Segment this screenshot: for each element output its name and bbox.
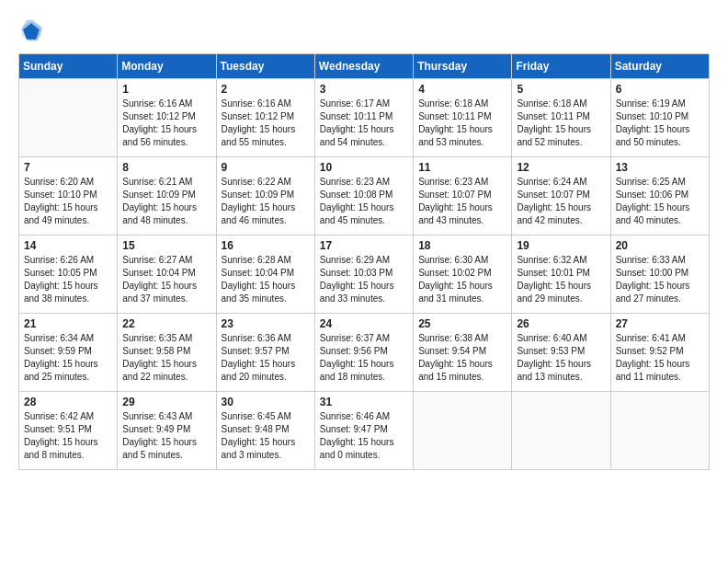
header-wednesday: Wednesday xyxy=(314,54,413,79)
cell-content: Sunrise: 6:16 AMSunset: 10:12 PMDaylight… xyxy=(222,98,310,149)
day-number: 24 xyxy=(320,317,408,330)
cell-content: Sunrise: 6:34 AMSunset: 9:59 PMDaylight:… xyxy=(24,332,112,384)
day-number: 23 xyxy=(222,317,310,330)
day-number: 8 xyxy=(122,161,210,174)
day-number: 30 xyxy=(222,396,310,408)
week-row-2: 14Sunrise: 6:26 AMSunset: 10:05 PMDaylig… xyxy=(19,236,710,314)
day-number: 5 xyxy=(517,83,605,96)
day-number: 22 xyxy=(122,317,210,330)
calendar-cell: 18Sunrise: 6:30 AMSunset: 10:02 PMDaylig… xyxy=(414,236,512,314)
logo-icon xyxy=(18,18,44,44)
week-row-1: 7Sunrise: 6:20 AMSunset: 10:10 PMDayligh… xyxy=(19,157,710,236)
calendar-cell: 29Sunrise: 6:43 AMSunset: 9:49 PMDayligh… xyxy=(118,392,216,470)
day-number: 2 xyxy=(222,83,310,96)
week-row-4: 28Sunrise: 6:42 AMSunset: 9:51 PMDayligh… xyxy=(19,392,710,470)
day-number: 10 xyxy=(320,161,408,174)
calendar-header-row: SundayMondayTuesdayWednesdayThursdayFrid… xyxy=(19,54,710,79)
day-number: 18 xyxy=(418,239,506,252)
calendar-cell: 6Sunrise: 6:19 AMSunset: 10:10 PMDayligh… xyxy=(610,79,709,157)
cell-content: Sunrise: 6:23 AMSunset: 10:07 PMDaylight… xyxy=(418,176,506,227)
calendar-cell: 31Sunrise: 6:46 AMSunset: 9:47 PMDayligh… xyxy=(314,392,413,470)
calendar-cell: 16Sunrise: 6:28 AMSunset: 10:04 PMDaylig… xyxy=(216,236,314,314)
header-saturday: Saturday xyxy=(610,54,709,79)
calendar-cell: 2Sunrise: 6:16 AMSunset: 10:12 PMDayligh… xyxy=(216,79,314,157)
calendar-cell: 23Sunrise: 6:36 AMSunset: 9:57 PMDayligh… xyxy=(216,314,314,392)
calendar-cell: 28Sunrise: 6:42 AMSunset: 9:51 PMDayligh… xyxy=(19,392,118,470)
calendar-cell xyxy=(512,392,610,470)
day-number: 4 xyxy=(418,83,506,96)
calendar-cell: 1Sunrise: 6:16 AMSunset: 10:12 PMDayligh… xyxy=(118,79,216,157)
calendar-cell: 15Sunrise: 6:27 AMSunset: 10:04 PMDaylig… xyxy=(118,236,216,314)
day-number: 9 xyxy=(222,161,310,174)
calendar-cell: 14Sunrise: 6:26 AMSunset: 10:05 PMDaylig… xyxy=(19,236,118,314)
calendar-cell: 13Sunrise: 6:25 AMSunset: 10:06 PMDaylig… xyxy=(610,157,709,236)
cell-content: Sunrise: 6:16 AMSunset: 10:12 PMDaylight… xyxy=(122,98,210,149)
cell-content: Sunrise: 6:29 AMSunset: 10:03 PMDaylight… xyxy=(320,254,408,305)
calendar-table: SundayMondayTuesdayWednesdayThursdayFrid… xyxy=(18,53,710,470)
calendar-body: 1Sunrise: 6:16 AMSunset: 10:12 PMDayligh… xyxy=(19,79,710,470)
day-number: 29 xyxy=(122,396,210,408)
cell-content: Sunrise: 6:43 AMSunset: 9:49 PMDaylight:… xyxy=(122,410,210,462)
day-number: 27 xyxy=(616,317,704,330)
cell-content: Sunrise: 6:45 AMSunset: 9:48 PMDaylight:… xyxy=(222,410,310,462)
calendar-cell: 30Sunrise: 6:45 AMSunset: 9:48 PMDayligh… xyxy=(216,392,314,470)
day-number: 25 xyxy=(418,317,506,330)
calendar-cell: 11Sunrise: 6:23 AMSunset: 10:07 PMDaylig… xyxy=(414,157,512,236)
day-number: 19 xyxy=(517,239,605,252)
cell-content: Sunrise: 6:27 AMSunset: 10:04 PMDaylight… xyxy=(122,254,210,305)
cell-content: Sunrise: 6:24 AMSunset: 10:07 PMDaylight… xyxy=(517,176,605,227)
calendar-cell: 8Sunrise: 6:21 AMSunset: 10:09 PMDayligh… xyxy=(118,157,216,236)
logo xyxy=(18,18,48,44)
day-number: 17 xyxy=(320,239,408,252)
header-friday: Friday xyxy=(512,54,610,79)
cell-content: Sunrise: 6:22 AMSunset: 10:09 PMDaylight… xyxy=(222,176,310,227)
day-number: 14 xyxy=(24,239,112,252)
header-thursday: Thursday xyxy=(414,54,512,79)
day-number: 26 xyxy=(517,317,605,330)
day-number: 11 xyxy=(418,161,506,174)
cell-content: Sunrise: 6:35 AMSunset: 9:58 PMDaylight:… xyxy=(122,332,210,384)
cell-content: Sunrise: 6:28 AMSunset: 10:04 PMDaylight… xyxy=(222,254,310,305)
calendar-cell: 27Sunrise: 6:41 AMSunset: 9:52 PMDayligh… xyxy=(610,314,709,392)
calendar-cell: 22Sunrise: 6:35 AMSunset: 9:58 PMDayligh… xyxy=(118,314,216,392)
calendar-cell: 7Sunrise: 6:20 AMSunset: 10:10 PMDayligh… xyxy=(19,157,118,236)
cell-content: Sunrise: 6:37 AMSunset: 9:56 PMDaylight:… xyxy=(320,332,408,384)
calendar-cell: 9Sunrise: 6:22 AMSunset: 10:09 PMDayligh… xyxy=(216,157,314,236)
week-row-3: 21Sunrise: 6:34 AMSunset: 9:59 PMDayligh… xyxy=(19,314,710,392)
calendar-cell: 24Sunrise: 6:37 AMSunset: 9:56 PMDayligh… xyxy=(314,314,413,392)
day-number: 20 xyxy=(616,239,704,252)
calendar-cell xyxy=(414,392,512,470)
cell-content: Sunrise: 6:18 AMSunset: 10:11 PMDaylight… xyxy=(418,98,506,149)
day-number: 28 xyxy=(24,396,112,408)
day-number: 12 xyxy=(517,161,605,174)
cell-content: Sunrise: 6:36 AMSunset: 9:57 PMDaylight:… xyxy=(222,332,310,384)
day-number: 1 xyxy=(122,83,210,96)
cell-content: Sunrise: 6:23 AMSunset: 10:08 PMDaylight… xyxy=(320,176,408,227)
calendar-cell: 25Sunrise: 6:38 AMSunset: 9:54 PMDayligh… xyxy=(414,314,512,392)
page-header xyxy=(18,18,710,44)
calendar-cell xyxy=(610,392,709,470)
cell-content: Sunrise: 6:17 AMSunset: 10:11 PMDaylight… xyxy=(320,98,408,149)
calendar-cell: 26Sunrise: 6:40 AMSunset: 9:53 PMDayligh… xyxy=(512,314,610,392)
cell-content: Sunrise: 6:19 AMSunset: 10:10 PMDaylight… xyxy=(616,98,704,149)
cell-content: Sunrise: 6:25 AMSunset: 10:06 PMDaylight… xyxy=(616,176,704,227)
calendar-cell: 20Sunrise: 6:33 AMSunset: 10:00 PMDaylig… xyxy=(610,236,709,314)
day-number: 7 xyxy=(24,161,112,174)
header-sunday: Sunday xyxy=(19,54,118,79)
cell-content: Sunrise: 6:38 AMSunset: 9:54 PMDaylight:… xyxy=(418,332,506,384)
day-number: 13 xyxy=(616,161,704,174)
calendar-cell xyxy=(19,79,118,157)
calendar-cell: 5Sunrise: 6:18 AMSunset: 10:11 PMDayligh… xyxy=(512,79,610,157)
calendar-cell: 17Sunrise: 6:29 AMSunset: 10:03 PMDaylig… xyxy=(314,236,413,314)
calendar-cell: 3Sunrise: 6:17 AMSunset: 10:11 PMDayligh… xyxy=(314,79,413,157)
calendar-cell: 19Sunrise: 6:32 AMSunset: 10:01 PMDaylig… xyxy=(512,236,610,314)
day-number: 16 xyxy=(222,239,310,252)
cell-content: Sunrise: 6:42 AMSunset: 9:51 PMDaylight:… xyxy=(24,410,112,462)
cell-content: Sunrise: 6:26 AMSunset: 10:05 PMDaylight… xyxy=(24,254,112,305)
header-monday: Monday xyxy=(118,54,216,79)
day-number: 15 xyxy=(122,239,210,252)
cell-content: Sunrise: 6:20 AMSunset: 10:10 PMDaylight… xyxy=(24,176,112,227)
cell-content: Sunrise: 6:21 AMSunset: 10:09 PMDaylight… xyxy=(122,176,210,227)
week-row-0: 1Sunrise: 6:16 AMSunset: 10:12 PMDayligh… xyxy=(19,79,710,157)
cell-content: Sunrise: 6:30 AMSunset: 10:02 PMDaylight… xyxy=(418,254,506,305)
